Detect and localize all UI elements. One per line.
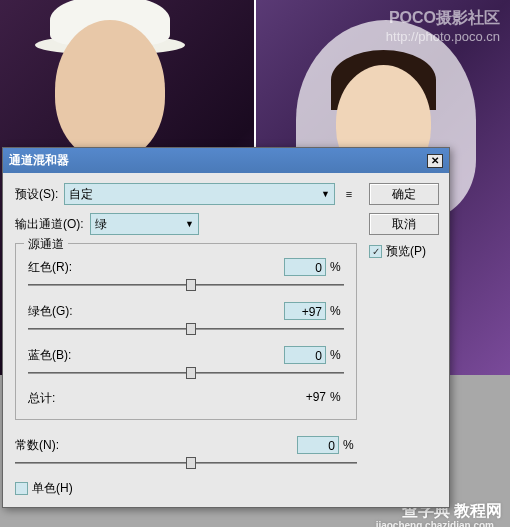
dialog-titlebar[interactable]: 通道混和器 ✕	[3, 148, 449, 173]
blue-slider-thumb[interactable]	[186, 367, 196, 379]
constant-value[interactable]: 0	[297, 436, 339, 454]
green-value[interactable]: +97	[284, 302, 326, 320]
percent-unit: %	[330, 304, 344, 318]
green-label: 绿色(G):	[28, 303, 88, 320]
watermark-line1: POCO摄影社区	[386, 8, 500, 29]
constant-label: 常数(N):	[15, 437, 75, 454]
preset-menu-icon[interactable]: ≡	[341, 186, 357, 202]
green-slider[interactable]	[28, 322, 344, 336]
constant-slider-thumb[interactable]	[186, 457, 196, 469]
close-icon: ✕	[431, 155, 439, 166]
red-slider-thumb[interactable]	[186, 279, 196, 291]
red-slider[interactable]	[28, 278, 344, 292]
watermark-line2: http://photo.poco.cn	[386, 29, 500, 44]
percent-unit: %	[343, 438, 357, 452]
channel-mixer-dialog: 通道混和器 ✕ 预设(S): 自定 ▼ ≡ 输出通道(O): 绿 ▼	[2, 147, 450, 508]
percent-unit: %	[330, 260, 344, 274]
source-channels-group: 源通道 红色(R): 0 % 绿色(G): +97 %	[15, 243, 357, 420]
dialog-title: 通道混和器	[9, 152, 69, 169]
preset-combo[interactable]: 自定 ▼	[64, 183, 335, 205]
group-title: 源通道	[24, 236, 68, 253]
green-slider-thumb[interactable]	[186, 323, 196, 335]
blue-value[interactable]: 0	[284, 346, 326, 364]
monochrome-label: 单色(H)	[32, 480, 73, 497]
total-label: 总计:	[28, 390, 55, 407]
red-label: 红色(R):	[28, 259, 88, 276]
output-channel-label: 输出通道(O):	[15, 216, 84, 233]
total-value: +97	[306, 390, 326, 407]
chevron-down-icon: ▼	[185, 219, 194, 229]
chevron-down-icon: ▼	[321, 189, 330, 199]
preview-label: 预览(P)	[386, 243, 426, 260]
cancel-button[interactable]: 取消	[369, 213, 439, 235]
percent-unit: %	[330, 390, 344, 407]
monochrome-checkbox[interactable]	[15, 482, 28, 495]
preset-value: 自定	[69, 186, 93, 203]
watermark-poco: POCO摄影社区 http://photo.poco.cn	[386, 8, 500, 44]
blue-label: 蓝色(B):	[28, 347, 88, 364]
red-value[interactable]: 0	[284, 258, 326, 276]
percent-unit: %	[330, 348, 344, 362]
constant-slider[interactable]	[15, 456, 357, 470]
close-button[interactable]: ✕	[427, 154, 443, 168]
ok-button[interactable]: 确定	[369, 183, 439, 205]
blue-slider[interactable]	[28, 366, 344, 380]
output-channel-value: 绿	[95, 216, 107, 233]
preview-checkbox[interactable]: ✓	[369, 245, 382, 258]
preset-label: 预设(S):	[15, 186, 58, 203]
output-channel-combo[interactable]: 绿 ▼	[90, 213, 199, 235]
